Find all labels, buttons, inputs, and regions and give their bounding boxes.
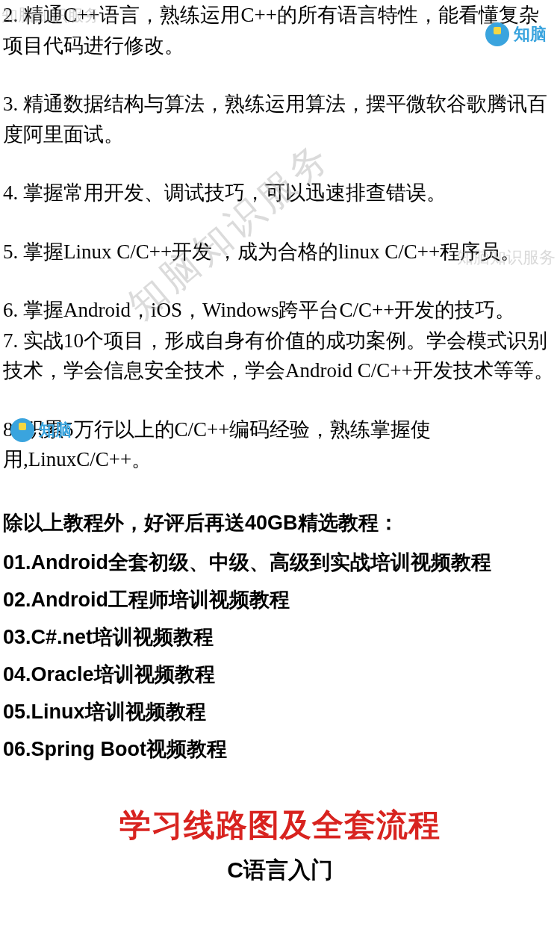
bonus-item: 04.Oracle培训视频教程 (3, 656, 557, 694)
list-item: 7. 实战10个项目，形成自身有价值的成功案例。学会模式识别技术，学会信息安全技… (3, 326, 557, 386)
bonus-item: 01.Android全套初级、中级、高级到实战培训视频教程 (3, 544, 557, 582)
bonus-item: 06.Spring Boot视频教程 (3, 731, 557, 769)
list-item: 8. 积累5万行以上的C/C++编码经验，熟练掌握使用,LinuxC/C++。 (3, 415, 557, 475)
bonus-item: 03.C#.net培训视频教程 (3, 619, 557, 656)
list-item: 2. 精通C++语言，熟练运用C++的所有语言特性，能看懂复杂项目代码进行修改。 (3, 0, 557, 60)
list-item: 6. 掌握Android，iOS，Windows跨平台C/C++开发的技巧。 (3, 295, 557, 326)
list-item: 4. 掌握常用开发、调试技巧，可以迅速排查错误。 (3, 178, 557, 208)
footer-subtitle: C语言入门 (3, 855, 557, 886)
document-body: 2. 精通C++语言，熟练运用C++的所有语言特性，能看懂复杂项目代码进行修改。… (0, 0, 560, 886)
bonus-item: 02.Android工程师培训视频教程 (3, 582, 557, 619)
bonus-header: 除以上教程外，好评后再送40GB精选教程： (3, 505, 557, 542)
bonus-section: 除以上教程外，好评后再送40GB精选教程： 01.Android全套初级、中级、… (3, 505, 557, 769)
list-item: 3. 精通数据结构与算法，熟练运用算法，摆平微软谷歌腾讯百度阿里面试。 (3, 89, 557, 149)
list-item: 5. 掌握Linux C/C++开发 ，成为合格的linux C/C++程序员。 (3, 237, 557, 267)
bonus-item: 05.Linux培训视频教程 (3, 694, 557, 731)
footer-title: 学习线路图及全套流程 (3, 804, 557, 846)
